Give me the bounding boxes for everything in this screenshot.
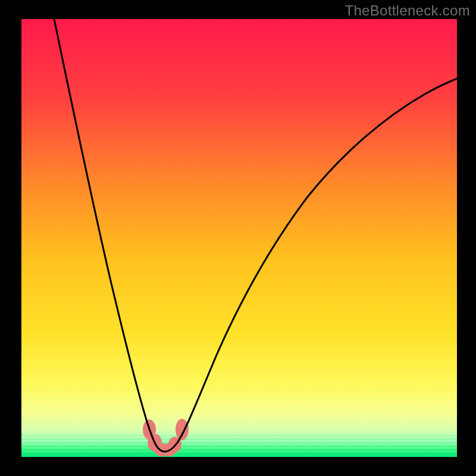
- gradient-background: [21, 19, 457, 457]
- chart-frame: TheBottleneck.com: [0, 0, 476, 476]
- plot-area: [21, 19, 457, 457]
- chart-svg: [21, 19, 457, 457]
- watermark-text: TheBottleneck.com: [345, 2, 470, 19]
- svg-point-11: [176, 419, 189, 440]
